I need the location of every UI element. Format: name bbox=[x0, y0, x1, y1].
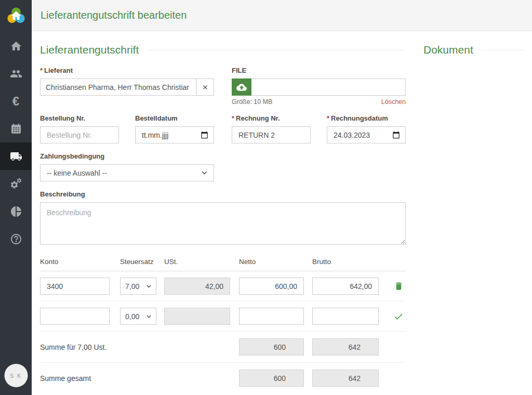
euro-icon: € bbox=[12, 95, 19, 108]
help-icon bbox=[10, 233, 22, 245]
summary-total-netto bbox=[239, 370, 304, 387]
main-area: Lieferantengutschrift bearbeiten Liefera… bbox=[32, 0, 532, 395]
truck-icon bbox=[10, 150, 22, 163]
col-header-konto: Konto bbox=[40, 258, 120, 266]
bestellung-nr-label: Bestellung Nr. bbox=[40, 114, 119, 122]
delete-row-button[interactable] bbox=[394, 281, 404, 291]
summary-row-tax: Summe für 7,00 Ust. bbox=[40, 332, 406, 363]
rechnung-nr-input[interactable] bbox=[232, 126, 311, 143]
rechnungsdatum-field: *Rechnungsdatum 24.03.2023 bbox=[327, 114, 406, 143]
sidebar: € S K bbox=[0, 0, 32, 395]
app-window: € S K bbox=[0, 0, 532, 395]
summary-tax-netto bbox=[239, 338, 304, 356]
col-header-ust: USt. bbox=[164, 258, 239, 266]
bestelldatum-field: Bestelldatum tt.mm.jjjj bbox=[135, 114, 214, 143]
cloud-upload-icon bbox=[236, 82, 247, 93]
document-section-heading: Dokument bbox=[423, 42, 524, 58]
bestelldatum-label: Bestelldatum bbox=[135, 114, 214, 122]
close-icon bbox=[202, 84, 209, 91]
brutto-input-row1[interactable] bbox=[312, 278, 379, 295]
sidebar-item-finance[interactable]: € bbox=[0, 87, 32, 115]
col-header-steuersatz: Steuersatz bbox=[120, 258, 164, 266]
bestelldatum-value: tt.mm.jjjj bbox=[142, 131, 168, 139]
steuersatz-value-row1: 7,00 bbox=[125, 282, 139, 291]
sidebar-item-deliveries[interactable] bbox=[0, 142, 32, 170]
document-panel: Dokument bbox=[423, 42, 524, 395]
position-row-new: 0,00 bbox=[40, 301, 406, 332]
beschreibung-label: Beschreibung bbox=[40, 190, 406, 198]
col-header-netto: Netto bbox=[239, 258, 312, 266]
ust-input-row1 bbox=[164, 278, 230, 295]
bestellung-nr-field: Bestellung Nr. bbox=[40, 114, 119, 143]
app-logo[interactable] bbox=[0, 0, 32, 32]
positions-table-header: Konto Steuersatz USt. Netto Brutto bbox=[40, 258, 406, 271]
positions-table: Konto Steuersatz USt. Netto Brutto 7,00 bbox=[40, 258, 406, 393]
users-icon bbox=[10, 68, 22, 80]
page-header: Lieferantengutschrift bearbeiten bbox=[32, 0, 532, 31]
steuersatz-select-row2[interactable]: 0,00 bbox=[120, 308, 156, 325]
zahlungsbedingung-selected: -- keine Auswahl -- bbox=[47, 169, 107, 177]
lieferant-clear-button[interactable] bbox=[196, 79, 214, 95]
rechnung-nr-label: Rechnung Nr. bbox=[236, 114, 280, 122]
steuersatz-select-row1[interactable]: 7,00 bbox=[120, 278, 156, 295]
form-section-heading: Lieferantengutschrift bbox=[40, 42, 406, 58]
sidebar-item-statistics[interactable] bbox=[0, 198, 32, 225]
gears-icon bbox=[10, 178, 22, 190]
trash-icon bbox=[394, 281, 404, 291]
rechnungsdatum-value: 24.03.2023 bbox=[334, 131, 370, 139]
home-icon bbox=[10, 40, 22, 52]
calendar-picker-icon bbox=[392, 131, 400, 139]
calendar-picker-icon bbox=[201, 131, 208, 139]
zahlungsbedingung-field: Zahlungsbedingung -- keine Auswahl -- bbox=[40, 152, 214, 181]
check-icon bbox=[393, 311, 404, 322]
file-delete-link[interactable]: Löschen bbox=[381, 98, 406, 106]
avatar-initials: S K bbox=[10, 373, 22, 379]
user-avatar[interactable]: S K bbox=[4, 364, 28, 387]
netto-input-row2[interactable] bbox=[239, 308, 304, 325]
form-panel: Lieferantengutschrift *Lieferant bbox=[40, 42, 406, 395]
konto-input-row1[interactable] bbox=[40, 278, 110, 295]
brutto-input-row2[interactable] bbox=[312, 308, 379, 325]
konto-input-row2[interactable] bbox=[40, 308, 110, 325]
chevron-down-icon bbox=[147, 285, 151, 288]
sidebar-item-calendar[interactable] bbox=[0, 115, 32, 142]
beschreibung-field: Beschreibung bbox=[40, 190, 406, 245]
calendar-icon bbox=[10, 123, 22, 135]
content: Lieferantengutschrift *Lieferant bbox=[32, 31, 532, 395]
sidebar-item-settings[interactable] bbox=[0, 170, 32, 198]
summary-row-total: Summe gesamt bbox=[40, 363, 406, 393]
rechnungsdatum-input[interactable]: 24.03.2023 bbox=[327, 126, 406, 143]
chevron-down-icon bbox=[202, 171, 207, 175]
sidebar-item-home[interactable] bbox=[0, 32, 32, 60]
required-marker: * bbox=[40, 67, 43, 74]
sidebar-item-contacts[interactable] bbox=[0, 60, 32, 87]
steuersatz-value-row2: 0,00 bbox=[125, 312, 139, 321]
tricircle-home-logo-icon bbox=[5, 5, 27, 27]
summary-tax-label: Summe für 7,00 Ust. bbox=[40, 343, 239, 351]
summary-total-label: Summe gesamt bbox=[40, 374, 239, 383]
summary-total-brutto bbox=[312, 370, 379, 387]
zahlungsbedingung-select[interactable]: -- keine Auswahl -- bbox=[40, 164, 214, 181]
zahlungsbedingung-label: Zahlungsbedingung bbox=[40, 152, 214, 160]
file-upload-button[interactable] bbox=[232, 78, 251, 96]
beschreibung-textarea[interactable] bbox=[40, 202, 406, 245]
confirm-row-button[interactable] bbox=[393, 311, 404, 322]
lieferant-label: Lieferant bbox=[44, 67, 73, 74]
required-marker: * bbox=[232, 114, 234, 122]
col-header-brutto: Brutto bbox=[312, 258, 391, 266]
page-title: Lieferantengutschrift bearbeiten bbox=[41, 9, 187, 21]
netto-input-row1[interactable] bbox=[239, 278, 304, 295]
file-size-hint: Größe: 10 MB bbox=[232, 98, 273, 106]
lieferant-input[interactable] bbox=[41, 79, 196, 95]
file-field: FILE Größe: 10 MB Löschen bbox=[232, 67, 406, 106]
file-drop-area[interactable] bbox=[251, 78, 406, 96]
chevron-down-icon bbox=[147, 315, 151, 318]
summary-tax-brutto bbox=[312, 338, 379, 356]
lieferant-field: *Lieferant bbox=[40, 67, 214, 106]
form-section-title: Lieferantengutschrift bbox=[40, 44, 139, 56]
bestelldatum-input[interactable]: tt.mm.jjjj bbox=[135, 126, 214, 143]
bestellung-nr-input[interactable] bbox=[40, 126, 119, 143]
sidebar-item-help[interactable] bbox=[0, 225, 32, 253]
required-marker: * bbox=[327, 114, 329, 122]
file-label: FILE bbox=[232, 67, 406, 74]
